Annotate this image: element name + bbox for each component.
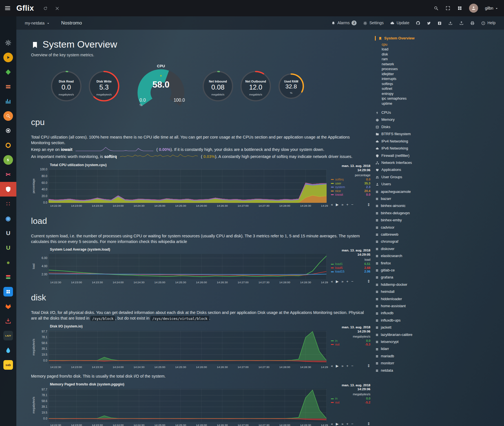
plex-icon[interactable] (0, 50, 16, 65)
download-arrow-icon[interactable] (0, 314, 16, 328)
chart-tool-play[interactable]: ▶ (336, 422, 339, 426)
toc-app-cadvisor[interactable]: cadvisor (375, 224, 446, 231)
toc-section-ipv6-networking[interactable]: IPv6 Networking (375, 145, 446, 152)
toc-section-disks[interactable]: Disks (375, 123, 446, 130)
u-green-icon[interactable]: U (0, 240, 16, 255)
toc-app-lazylibrarian-calibre[interactable]: lazylibrarian-calibre (375, 331, 446, 338)
toc-item-ram[interactable]: ram (382, 57, 446, 62)
toc-app-netdata[interactable]: netdata (375, 367, 446, 374)
toc-app-hddtemp-docker[interactable]: hddtemp-docker (375, 281, 446, 288)
chart-plot-cpu[interactable]: Total CPU utilization (system.cpu) 14:22… (36, 164, 328, 208)
legend-load1[interactable]: load1 6.51 (331, 262, 370, 266)
chart-tool-zoom-out[interactable]: − (351, 202, 353, 207)
chart-resize-handle[interactable]: ⇕ (367, 279, 370, 284)
apps-button[interactable] (457, 6, 462, 11)
iowait-sparkline[interactable] (75, 148, 154, 152)
toc-section-cpus[interactable]: CPUs (375, 109, 446, 116)
toc-section-applications[interactable]: Applications (375, 166, 446, 173)
refresh-button[interactable] (43, 6, 48, 11)
fullscreen-button[interactable] (445, 6, 450, 11)
softirq-sparkline[interactable] (120, 155, 198, 159)
server-dropdown[interactable]: my-netdata (25, 21, 50, 25)
plot-cpu[interactable]: 14:22:3014:23:0014:23:3014:24:0014:24:30… (36, 167, 328, 208)
chart-tool-forward[interactable]: » (341, 202, 343, 207)
toc-section-firewall-netfilter-[interactable]: Firewall (netfilter) (375, 152, 446, 159)
plot-disk[interactable]: 14:22:3014:23:0014:23:3014:24:0014:24:30… (36, 329, 328, 369)
toc-item-entropy[interactable]: entropy (382, 92, 446, 97)
toc-section-memory[interactable]: Memory (375, 116, 446, 123)
toc-section-user-groups[interactable]: User Groups (375, 173, 446, 180)
settings-button[interactable]: Settings (363, 21, 384, 25)
gauge-net-inbound[interactable]: Net Inbound 0.08 megabits/s (199, 70, 237, 102)
gitlab-fox-icon[interactable] (0, 299, 16, 314)
help-button[interactable]: ? Help (481, 21, 496, 25)
green-sphere-icon[interactable]: ● (0, 255, 16, 270)
gauge-net-outbound[interactable]: Net Outbound 12.0 megabits/s (237, 70, 275, 102)
toc-app-letsencrypt[interactable]: letsencrypt (375, 338, 446, 345)
blue-grid-icon[interactable] (0, 284, 16, 299)
search-icon[interactable] (0, 109, 16, 123)
toc-item-disk[interactable]: disk (382, 52, 446, 57)
twitter-button[interactable] (427, 21, 431, 25)
plot-load[interactable]: 14:22:3014:23:0014:23:3014:24:0014:24:30… (36, 252, 328, 284)
legend-out[interactable]: out -5.2 (331, 401, 370, 405)
toc-app-monitorr[interactable]: monitorr (375, 360, 446, 367)
avatar[interactable] (469, 4, 478, 13)
toc-app-apacheguacamole[interactable]: apacheguacamole (375, 188, 446, 195)
legend-softirq[interactable]: softirq 0.0 (331, 178, 370, 182)
gear-icon[interactable] (0, 35, 16, 50)
target-icon[interactable] (0, 123, 16, 138)
gauge-disk-write[interactable]: Disk Write 5.3 megabytes/s (85, 70, 123, 102)
toc-item-idlejitter[interactable]: idlejitter (382, 72, 446, 77)
facebook-button[interactable] (437, 21, 442, 25)
toc-app-home-assistant[interactable]: home-assistant (375, 302, 446, 309)
chart-plot-pgpgio[interactable]: Memory Paged from/to disk (system.pgpgio… (36, 383, 328, 426)
chart-tool-zoom-in[interactable]: + (346, 279, 348, 284)
user-menu[interactable]: gilbn (485, 6, 498, 10)
toc-app-heimdall[interactable]: heimdall (375, 288, 446, 295)
lazylibrarian-icon[interactable]: LAZY (0, 328, 16, 343)
chart-tool-play[interactable]: ▶ (336, 202, 339, 207)
toc-item-load[interactable]: load (382, 47, 446, 52)
stack-icon[interactable] (0, 79, 16, 94)
ring-icon[interactable] (0, 138, 16, 153)
circles-icon[interactable]: ◉ (0, 211, 16, 226)
chart-tool-play[interactable]: ▶ (336, 364, 339, 368)
chart-tool-zoom-in[interactable]: + (346, 422, 348, 426)
emby-icon[interactable] (0, 65, 16, 79)
chart-tool-zoom-out[interactable]: − (351, 422, 353, 426)
legend-system[interactable]: system 2.3 (331, 185, 370, 189)
menu-icon[interactable] (5, 5, 11, 11)
soundbars-icon[interactable] (0, 94, 16, 109)
chart-plot-disk[interactable]: Disk I/O (system.io) 14:22:3014:23:0014:… (36, 325, 328, 369)
chart-tool-forward[interactable]: » (341, 364, 343, 368)
update-button[interactable]: Update (390, 21, 409, 25)
search-button[interactable] (434, 6, 439, 11)
four-dots-icon[interactable]: ∷ (0, 197, 16, 211)
home-icon[interactable] (0, 21, 16, 35)
chart-resize-handle[interactable]: ⇕ (367, 421, 370, 426)
toc-item-ipc-semaphores[interactable]: ipc semaphores (382, 96, 446, 101)
toc-app-binhex-emby[interactable]: binhex-emby (375, 217, 446, 224)
chart-tool-rewind[interactable]: « (331, 202, 333, 207)
scissors-icon[interactable]: ✂ (0, 167, 16, 182)
legend-load15[interactable]: load15 2.06 (331, 270, 370, 274)
plot-pgpgio[interactable]: 14:22:3014:23:0014:23:3014:24:0014:24:30… (36, 387, 328, 426)
chart-tool-zoom-in[interactable]: + (346, 202, 348, 207)
toc-item-processes[interactable]: processes (382, 67, 446, 72)
toc-app-grafana[interactable]: grafana (375, 274, 446, 281)
toc-app-chronograf[interactable]: chronograf (375, 238, 446, 245)
legend-out[interactable]: out -5.3 (331, 343, 370, 347)
u-gray-icon[interactable]: U (0, 226, 16, 240)
toc-app-binhex-delugevpn[interactable]: binhex-delugevpn (375, 209, 446, 217)
toc-app-binhex-airsonic[interactable]: binhex-airsonic (375, 202, 446, 209)
legend-in[interactable]: in 0.0 (331, 397, 370, 401)
chart-tool-rewind[interactable]: « (331, 422, 333, 426)
toc-app-influxdb-ups[interactable]: influxdb-ups (375, 317, 446, 324)
toc-app-hiddenloader[interactable]: hiddenloader (375, 295, 446, 302)
toc-system-overview[interactable]: System Overview (375, 36, 446, 41)
chart-tool-zoom-out[interactable]: − (351, 364, 353, 368)
legend-in[interactable]: in 0.0 (331, 339, 370, 343)
chart-tool-rewind[interactable]: « (331, 364, 333, 368)
pills-icon[interactable] (0, 270, 16, 284)
